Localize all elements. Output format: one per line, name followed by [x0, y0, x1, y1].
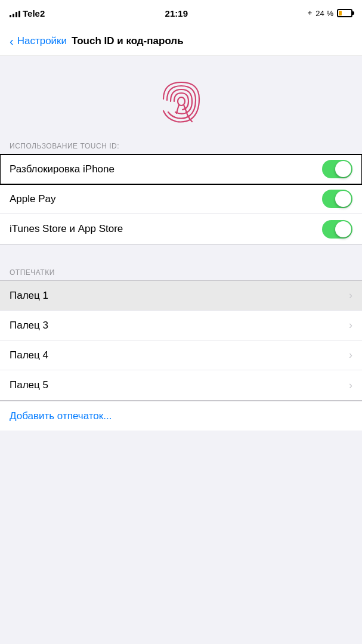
apple-pay-toggle[interactable]	[322, 190, 352, 208]
finger-1-label: Палец 1	[10, 290, 48, 302]
finger-4-label: Палец 4	[10, 349, 48, 361]
itunes-store-toggle[interactable]	[322, 220, 352, 239]
chevron-right-icon: ›	[349, 379, 352, 392]
unlock-iphone-row[interactable]: Разблокировка iPhone	[0, 154, 362, 184]
status-time: 21:19	[165, 8, 188, 18]
finger-5-row[interactable]: Палец 5 ›	[0, 370, 362, 400]
battery-percent-label: 24 %	[315, 9, 333, 18]
status-right: ⌖ 24 %	[308, 8, 352, 18]
nav-bar: ‹ Настройки Touch ID и код-пароль	[0, 26, 362, 56]
touch-id-settings-group: Разблокировка iPhone Apple Pay iTunes St…	[0, 154, 362, 244]
back-button[interactable]: ‹ Настройки	[10, 35, 67, 47]
unlock-iphone-toggle[interactable]	[322, 160, 352, 178]
section-spacer-1	[0, 244, 362, 266]
add-fingerprint-row[interactable]: Добавить отпечаток...	[0, 401, 362, 431]
fingerprints-section-header: ОТПЕЧАТКИ	[0, 266, 362, 280]
page-title: Touch ID и код-пароль	[72, 35, 184, 47]
touch-id-section-header: ИСПОЛЬЗОВАНИЕ TOUCH ID:	[0, 140, 362, 154]
unlock-iphone-label: Разблокировка iPhone	[10, 163, 115, 175]
carrier-label: Tele2	[23, 8, 45, 18]
status-left: Tele2	[10, 8, 45, 18]
chevron-right-icon: ›	[349, 289, 352, 302]
chevron-right-icon: ›	[349, 319, 352, 332]
location-icon: ⌖	[308, 8, 312, 18]
chevron-right-icon: ›	[349, 349, 352, 361]
apple-pay-label: Apple Pay	[10, 193, 56, 205]
page-content: ИСПОЛЬЗОВАНИЕ TOUCH ID: Разблокировка iP…	[0, 56, 362, 454]
fingerprint-graphic	[157, 78, 205, 125]
touch-id-area	[0, 56, 362, 140]
status-bar: Tele2 21:19 ⌖ 24 %	[0, 0, 362, 26]
itunes-store-label: iTunes Store и App Store	[10, 223, 123, 235]
battery-icon	[337, 9, 352, 17]
finger-3-row[interactable]: Палец 3 ›	[0, 311, 362, 340]
add-fingerprint-label: Добавить отпечаток...	[10, 410, 112, 422]
finger-5-label: Палец 5	[10, 379, 48, 391]
back-label: Настройки	[17, 35, 67, 47]
bottom-spacer	[0, 431, 362, 454]
itunes-store-row[interactable]: iTunes Store и App Store	[0, 214, 362, 244]
finger-1-row[interactable]: Палец 1 ›	[0, 281, 362, 311]
signal-bars-icon	[10, 9, 20, 17]
finger-4-row[interactable]: Палец 4 ›	[0, 340, 362, 370]
fingerprints-group: Палец 1 › Палец 3 › Палец 4 › Палец 5 ›	[0, 280, 362, 401]
apple-pay-row[interactable]: Apple Pay	[0, 184, 362, 214]
chevron-left-icon: ‹	[10, 35, 14, 47]
svg-point-0	[178, 97, 185, 106]
finger-3-label: Палец 3	[10, 320, 48, 332]
